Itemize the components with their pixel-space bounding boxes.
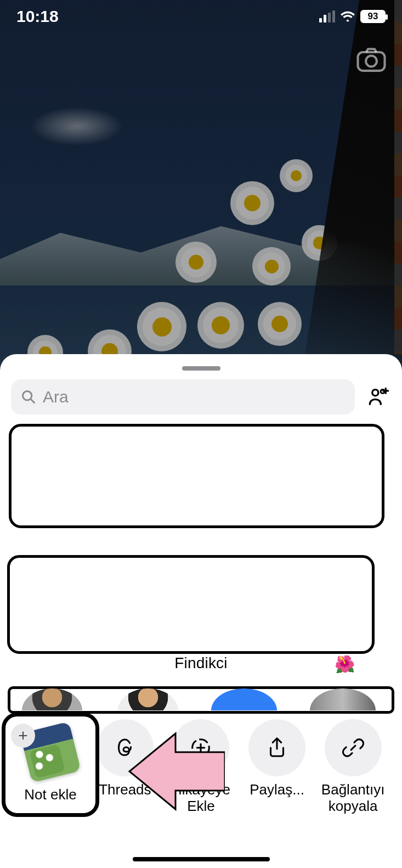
add-note-label: Not ekle: [24, 786, 76, 803]
battery-indicator: 93: [360, 10, 386, 23]
camera-button[interactable]: [356, 47, 387, 73]
copy-link-label: Bağlantıyı kopyala: [321, 782, 385, 815]
search-placeholder: Ara: [43, 388, 69, 406]
status-bar: 10:18 93: [0, 0, 402, 33]
share-icon: [264, 735, 290, 760]
battery-percent: 93: [361, 11, 384, 22]
sheet-grabber[interactable]: [182, 366, 220, 371]
plus-icon: +: [11, 724, 35, 748]
search-icon: [21, 389, 36, 405]
redaction-box-1: [9, 424, 384, 528]
status-time: 10:18: [16, 7, 59, 26]
svg-point-1: [366, 55, 377, 66]
copy-link-action[interactable]: Bağlantıyı kopyala: [315, 719, 391, 824]
right-edge-strip: [394, 0, 402, 354]
share-action[interactable]: Paylaş...: [239, 719, 315, 824]
redaction-box-2: [7, 555, 375, 654]
share-label: Paylaş...: [250, 782, 304, 798]
svg-line-3: [31, 399, 34, 402]
cellular-signal-icon: [319, 10, 335, 23]
search-input[interactable]: Ara: [11, 379, 355, 415]
home-indicator: [133, 857, 270, 861]
annotation-arrow: [126, 730, 225, 813]
hibiscus-emoji: 🌺: [335, 654, 355, 674]
wifi-icon: [341, 11, 355, 22]
svg-point-4: [372, 390, 378, 396]
add-people-button[interactable]: [367, 385, 391, 409]
link-icon: [341, 735, 366, 760]
